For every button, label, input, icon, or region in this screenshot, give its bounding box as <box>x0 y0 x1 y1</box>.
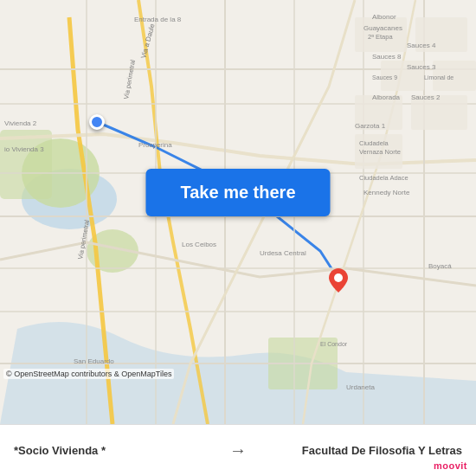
destination-marker <box>329 268 348 293</box>
svg-text:Limonal de: Limonal de <box>424 74 453 80</box>
svg-text:El Condor: El Condor <box>320 341 348 347</box>
svg-text:Entrada de la 8: Entrada de la 8 <box>134 16 182 23</box>
svg-text:Vernaza Norte: Vernaza Norte <box>359 148 401 156</box>
bottom-bar: *Socio Vivienda * → Facultad De Filosofi… <box>0 424 476 476</box>
map-container: Via a Daule Via perimetral Via perimetra… <box>0 0 476 424</box>
svg-text:io Vivienda 3: io Vivienda 3 <box>4 145 44 153</box>
svg-text:Vivienda 2: Vivienda 2 <box>4 119 37 127</box>
map-attribution: © OpenStreetMap contributors & OpenMapTi… <box>3 369 174 379</box>
svg-text:Guayacanes: Guayacanes <box>363 24 402 32</box>
svg-text:Sauces 9: Sauces 9 <box>372 74 397 80</box>
svg-text:Alborada: Alborada <box>372 93 401 101</box>
svg-text:Prosperina: Prosperina <box>138 141 172 149</box>
svg-text:Boyacá: Boyacá <box>428 262 452 270</box>
destination-label: Facultad De Filosofia Y Letras <box>255 444 462 457</box>
svg-text:Garzota 1: Garzota 1 <box>355 122 386 130</box>
svg-text:Ciudadela: Ciudadela <box>359 139 389 147</box>
svg-text:2ª Etapa: 2ª Etapa <box>368 33 393 41</box>
route-arrow-icon: → <box>229 441 247 460</box>
svg-text:San Eduardo: San Eduardo <box>74 357 114 365</box>
take-me-there-button[interactable]: Take me there <box>145 169 330 216</box>
svg-text:Sauces 3: Sauces 3 <box>407 63 436 71</box>
svg-text:Sauces 8: Sauces 8 <box>372 53 402 61</box>
svg-text:Los Ceibos: Los Ceibos <box>182 241 216 248</box>
svg-text:Albonor: Albonor <box>372 13 396 21</box>
svg-text:Urdesa Central: Urdesa Central <box>260 249 306 257</box>
svg-text:Kennedy Norte: Kennedy Norte <box>363 189 410 196</box>
svg-point-55 <box>334 273 343 282</box>
svg-text:Urdaneta: Urdaneta <box>346 383 375 391</box>
svg-text:Sauces 4: Sauces 4 <box>407 42 436 49</box>
svg-rect-3 <box>0 130 52 199</box>
moovit-logo: moovit <box>434 460 467 471</box>
origin-marker <box>89 114 105 130</box>
svg-text:Ciudadela Adace: Ciudadela Adace <box>359 174 408 182</box>
svg-text:Sauces 2: Sauces 2 <box>411 93 441 101</box>
origin-label: *Socio Vivienda * <box>14 444 221 457</box>
